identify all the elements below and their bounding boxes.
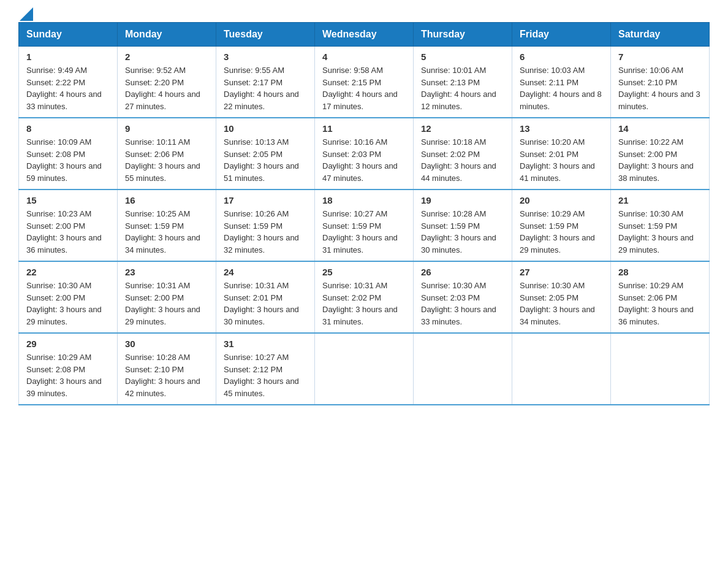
day-info: Sunrise: 10:01 AMSunset: 2:13 PMDaylight… <box>421 64 504 112</box>
svg-marker-0 <box>20 7 33 21</box>
day-info: Sunrise: 10:31 AMSunset: 2:01 PMDaylight… <box>224 280 307 327</box>
day-info: Sunrise: 10:13 AMSunset: 2:05 PMDaylight… <box>224 136 307 184</box>
day-number: 6 <box>520 52 603 62</box>
calendar-day-cell <box>611 333 710 405</box>
day-info: Sunrise: 10:22 AMSunset: 2:00 PMDaylight… <box>618 136 702 184</box>
day-info: Sunrise: 10:28 AMSunset: 1:59 PMDaylight… <box>421 208 504 256</box>
day-number: 4 <box>322 52 406 62</box>
day-info: Sunrise: 9:58 AMSunset: 2:15 PMDaylight:… <box>322 64 406 112</box>
day-number: 25 <box>322 267 406 277</box>
day-number: 31 <box>224 339 307 349</box>
calendar-day-cell: 11 Sunrise: 10:16 AMSunset: 2:03 PMDayli… <box>315 118 414 190</box>
weekday-header-row: SundayMondayTuesdayWednesdayThursdayFrid… <box>19 23 710 47</box>
weekday-header-saturday: Saturday <box>611 23 710 47</box>
calendar-day-cell: 5 Sunrise: 10:01 AMSunset: 2:13 PMDaylig… <box>414 47 512 118</box>
calendar-day-cell: 10 Sunrise: 10:13 AMSunset: 2:05 PMDayli… <box>216 118 315 190</box>
day-number: 14 <box>618 123 702 134</box>
calendar-day-cell: 2 Sunrise: 9:52 AMSunset: 2:20 PMDayligh… <box>118 47 216 118</box>
logo[interactable] <box>18 12 33 16</box>
day-info: Sunrise: 10:16 AMSunset: 2:03 PMDaylight… <box>322 136 406 184</box>
calendar-day-cell: 1 Sunrise: 9:49 AMSunset: 2:22 PMDayligh… <box>19 47 118 118</box>
calendar-day-cell: 14 Sunrise: 10:22 AMSunset: 2:00 PMDayli… <box>611 118 710 190</box>
calendar-day-cell <box>315 333 414 405</box>
day-number: 1 <box>26 52 110 62</box>
day-info: Sunrise: 10:29 AMSunset: 2:08 PMDaylight… <box>26 351 110 399</box>
weekday-header-friday: Friday <box>512 23 611 47</box>
day-number: 30 <box>125 339 208 349</box>
day-info: Sunrise: 10:23 AMSunset: 2:00 PMDaylight… <box>26 208 110 256</box>
day-info: Sunrise: 10:20 AMSunset: 2:01 PMDaylight… <box>520 136 603 184</box>
day-number: 13 <box>520 123 603 134</box>
calendar-day-cell: 6 Sunrise: 10:03 AMSunset: 2:11 PMDaylig… <box>512 47 611 118</box>
day-info: Sunrise: 10:27 AMSunset: 2:12 PMDaylight… <box>224 351 307 399</box>
day-number: 8 <box>26 123 110 134</box>
day-info: Sunrise: 9:52 AMSunset: 2:20 PMDaylight:… <box>125 64 208 112</box>
day-info: Sunrise: 10:27 AMSunset: 1:59 PMDaylight… <box>322 208 406 256</box>
day-number: 11 <box>322 123 406 134</box>
calendar-day-cell: 12 Sunrise: 10:18 AMSunset: 2:02 PMDayli… <box>414 118 512 190</box>
calendar-day-cell: 28 Sunrise: 10:29 AMSunset: 2:06 PMDayli… <box>611 261 710 333</box>
day-number: 22 <box>26 267 110 277</box>
day-info: Sunrise: 10:11 AMSunset: 2:06 PMDaylight… <box>125 136 208 184</box>
calendar-day-cell <box>414 333 512 405</box>
day-info: Sunrise: 10:30 AMSunset: 2:05 PMDaylight… <box>520 280 603 327</box>
calendar-header: SundayMondayTuesdayWednesdayThursdayFrid… <box>19 23 710 47</box>
calendar-day-cell: 8 Sunrise: 10:09 AMSunset: 2:08 PMDaylig… <box>19 118 118 190</box>
calendar-day-cell: 4 Sunrise: 9:58 AMSunset: 2:15 PMDayligh… <box>315 47 414 118</box>
day-number: 24 <box>224 267 307 277</box>
day-number: 5 <box>421 52 504 62</box>
day-info: Sunrise: 10:28 AMSunset: 2:10 PMDaylight… <box>125 351 208 399</box>
calendar-day-cell: 23 Sunrise: 10:31 AMSunset: 2:00 PMDayli… <box>118 261 216 333</box>
calendar-day-cell: 24 Sunrise: 10:31 AMSunset: 2:01 PMDayli… <box>216 261 315 333</box>
page-header <box>18 12 710 16</box>
day-info: Sunrise: 10:30 AMSunset: 2:03 PMDaylight… <box>421 280 504 327</box>
day-number: 26 <box>421 267 504 277</box>
day-number: 28 <box>618 267 702 277</box>
calendar-day-cell: 16 Sunrise: 10:25 AMSunset: 1:59 PMDayli… <box>118 190 216 261</box>
weekday-header-sunday: Sunday <box>19 23 118 47</box>
calendar-day-cell: 20 Sunrise: 10:29 AMSunset: 1:59 PMDayli… <box>512 190 611 261</box>
calendar-day-cell: 18 Sunrise: 10:27 AMSunset: 1:59 PMDayli… <box>315 190 414 261</box>
day-info: Sunrise: 10:31 AMSunset: 2:00 PMDaylight… <box>125 280 208 327</box>
day-number: 2 <box>125 52 208 62</box>
day-number: 16 <box>125 195 208 205</box>
day-number: 21 <box>618 195 702 205</box>
calendar-day-cell: 25 Sunrise: 10:31 AMSunset: 2:02 PMDayli… <box>315 261 414 333</box>
calendar-day-cell: 15 Sunrise: 10:23 AMSunset: 2:00 PMDayli… <box>19 190 118 261</box>
day-number: 23 <box>125 267 208 277</box>
day-info: Sunrise: 9:55 AMSunset: 2:17 PMDaylight:… <box>224 64 307 112</box>
calendar-day-cell: 30 Sunrise: 10:28 AMSunset: 2:10 PMDayli… <box>118 333 216 405</box>
calendar-day-cell: 17 Sunrise: 10:26 AMSunset: 1:59 PMDayli… <box>216 190 315 261</box>
weekday-header-wednesday: Wednesday <box>315 23 414 47</box>
day-info: Sunrise: 10:26 AMSunset: 1:59 PMDaylight… <box>224 208 307 256</box>
day-info: Sunrise: 10:06 AMSunset: 2:10 PMDaylight… <box>618 64 702 112</box>
calendar-week-row: 15 Sunrise: 10:23 AMSunset: 2:00 PMDayli… <box>19 190 710 261</box>
day-info: Sunrise: 10:30 AMSunset: 1:59 PMDaylight… <box>618 208 702 256</box>
day-number: 12 <box>421 123 504 134</box>
day-number: 18 <box>322 195 406 205</box>
day-number: 17 <box>224 195 307 205</box>
day-info: Sunrise: 10:29 AMSunset: 1:59 PMDaylight… <box>520 208 603 256</box>
logo-arrow-icon <box>20 7 33 21</box>
weekday-header-monday: Monday <box>118 23 216 47</box>
calendar-week-row: 22 Sunrise: 10:30 AMSunset: 2:00 PMDayli… <box>19 261 710 333</box>
calendar-day-cell: 9 Sunrise: 10:11 AMSunset: 2:06 PMDaylig… <box>118 118 216 190</box>
calendar-week-row: 8 Sunrise: 10:09 AMSunset: 2:08 PMDaylig… <box>19 118 710 190</box>
day-number: 19 <box>421 195 504 205</box>
calendar-body: 1 Sunrise: 9:49 AMSunset: 2:22 PMDayligh… <box>19 47 710 405</box>
day-info: Sunrise: 9:49 AMSunset: 2:22 PMDaylight:… <box>26 64 110 112</box>
weekday-header-thursday: Thursday <box>414 23 512 47</box>
day-info: Sunrise: 10:31 AMSunset: 2:02 PMDaylight… <box>322 280 406 327</box>
calendar-day-cell: 26 Sunrise: 10:30 AMSunset: 2:03 PMDayli… <box>414 261 512 333</box>
day-number: 29 <box>26 339 110 349</box>
calendar-day-cell: 13 Sunrise: 10:20 AMSunset: 2:01 PMDayli… <box>512 118 611 190</box>
day-info: Sunrise: 10:25 AMSunset: 1:59 PMDaylight… <box>125 208 208 256</box>
calendar-day-cell <box>512 333 611 405</box>
day-number: 9 <box>125 123 208 134</box>
calendar-week-row: 1 Sunrise: 9:49 AMSunset: 2:22 PMDayligh… <box>19 47 710 118</box>
calendar-day-cell: 7 Sunrise: 10:06 AMSunset: 2:10 PMDaylig… <box>611 47 710 118</box>
day-number: 27 <box>520 267 603 277</box>
day-info: Sunrise: 10:29 AMSunset: 2:06 PMDaylight… <box>618 280 702 327</box>
calendar-table: SundayMondayTuesdayWednesdayThursdayFrid… <box>18 22 710 405</box>
day-info: Sunrise: 10:30 AMSunset: 2:00 PMDaylight… <box>26 280 110 327</box>
